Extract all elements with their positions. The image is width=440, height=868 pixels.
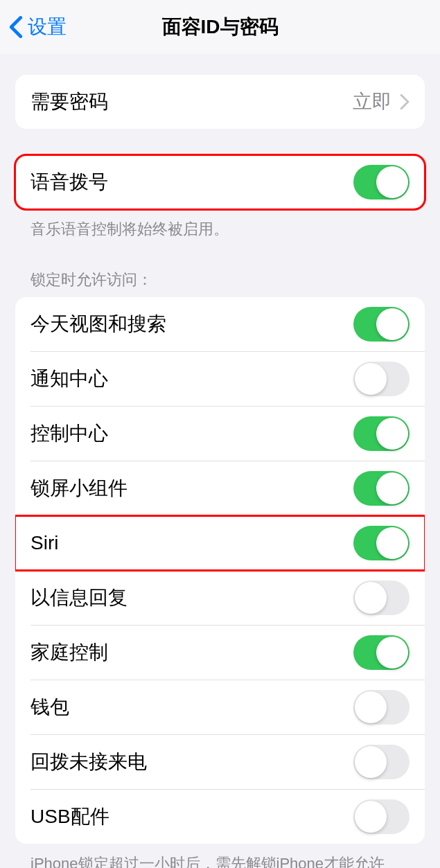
switch-knob: [376, 527, 408, 559]
lock-access-toggle[interactable]: [353, 799, 410, 834]
lock-access-label: 通知中心: [30, 366, 108, 392]
lock-access-label: 钱包: [30, 694, 69, 720]
require-passcode-group: 需要密码 立即: [15, 75, 425, 129]
lock-access-footer: iPhone锁定超过一小时后，需先解锁iPhone才能允许USB配件连接。: [15, 844, 425, 868]
lock-access-row[interactable]: USB配件: [15, 790, 425, 844]
page-title: 面容ID与密码: [162, 14, 279, 40]
back-button[interactable]: 设置: [8, 14, 67, 40]
lock-access-row[interactable]: 钱包: [15, 680, 425, 734]
lock-section-header: 锁定时允许访问：: [15, 269, 425, 297]
voice-dial-label: 语音拨号: [30, 169, 108, 195]
lock-access-toggle[interactable]: [353, 416, 410, 451]
lock-access-label: Siri: [30, 532, 58, 554]
lock-access-row[interactable]: 控制中心: [15, 407, 425, 461]
lock-access-toggle[interactable]: [353, 471, 410, 506]
lock-access-toggle[interactable]: [353, 526, 410, 560]
lock-access-label: 锁屏小组件: [30, 475, 127, 502]
lock-access-group: 今天视图和搜索通知中心控制中心锁屏小组件Siri以信息回复家庭控制钱包回拨未接来…: [15, 297, 425, 844]
switch-knob: [355, 746, 387, 778]
switch-knob: [355, 582, 387, 614]
switch-knob: [376, 472, 408, 504]
switch-knob: [376, 418, 408, 450]
switch-knob: [355, 363, 387, 395]
back-label: 设置: [28, 14, 67, 40]
switch-knob: [376, 637, 408, 668]
lock-access-label: USB配件: [30, 804, 109, 830]
voice-dial-group: 语音拨号: [15, 155, 425, 209]
lock-access-label: 今天视图和搜索: [30, 311, 166, 337]
lock-access-row[interactable]: 通知中心: [15, 352, 425, 406]
voice-dial-row[interactable]: 语音拨号: [15, 155, 425, 209]
row-right: 立即: [353, 89, 410, 115]
lock-access-label: 回拨未接来电: [30, 749, 147, 775]
require-passcode-label: 需要密码: [30, 89, 108, 115]
content: 需要密码 立即 语音拨号 音乐语音控制将始终被启用。 锁定时允许访问： 今天视图…: [0, 54, 440, 868]
lock-access-label: 控制中心: [30, 420, 108, 447]
lock-access-toggle[interactable]: [353, 307, 410, 342]
lock-access-toggle[interactable]: [353, 635, 410, 670]
require-passcode-row[interactable]: 需要密码 立即: [15, 75, 425, 129]
lock-access-row[interactable]: 回拨未接来电: [15, 735, 425, 789]
require-passcode-value: 立即: [353, 89, 391, 115]
switch-knob: [376, 166, 408, 198]
switch-knob: [376, 308, 408, 340]
switch-knob: [355, 691, 387, 723]
navigation-bar: 设置 面容ID与密码: [0, 0, 440, 54]
lock-access-row[interactable]: 以信息回复: [15, 571, 425, 625]
voice-dial-toggle[interactable]: [353, 165, 410, 200]
chevron-right-icon: [400, 94, 410, 109]
lock-access-label: 家庭控制: [30, 639, 108, 666]
lock-access-toggle[interactable]: [353, 690, 410, 725]
lock-access-row[interactable]: 今天视图和搜索: [15, 297, 425, 351]
lock-access-row[interactable]: 锁屏小组件: [15, 461, 425, 515]
voice-dial-footer: 音乐语音控制将始终被启用。: [15, 209, 425, 240]
switch-knob: [355, 801, 387, 833]
lock-access-toggle[interactable]: [353, 581, 410, 615]
lock-access-toggle[interactable]: [353, 745, 410, 779]
lock-access-toggle[interactable]: [353, 362, 410, 396]
lock-access-label: 以信息回复: [30, 585, 127, 611]
lock-access-row[interactable]: 家庭控制: [15, 626, 425, 680]
chevron-left-icon: [8, 15, 24, 39]
lock-access-row[interactable]: Siri: [15, 516, 425, 570]
